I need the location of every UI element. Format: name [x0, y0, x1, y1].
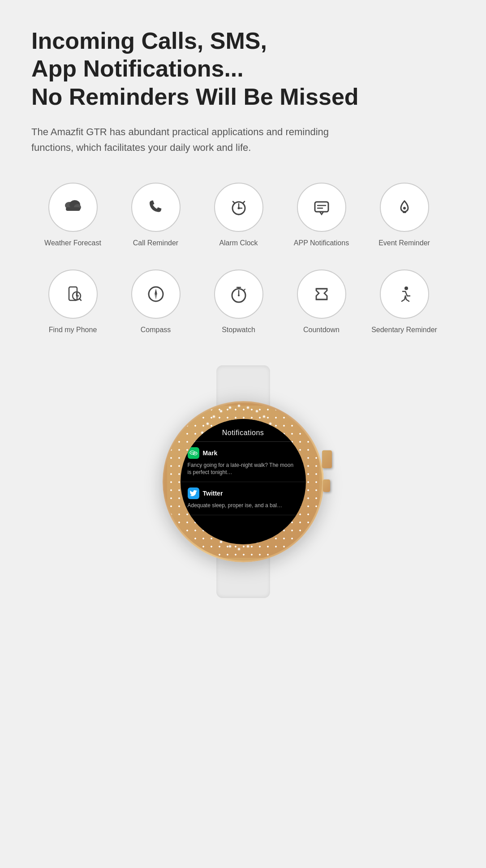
wechat-icon	[188, 447, 199, 459]
svg-rect-11	[403, 211, 406, 213]
screen-title: Notifications	[222, 429, 264, 436]
watch-section: Notifications	[31, 365, 455, 625]
find-my-phone-icon	[48, 269, 98, 319]
feature-countdown: Countdown	[280, 269, 363, 334]
watch-crown-small	[323, 479, 330, 492]
sedentary-reminder-label: Sedentary Reminder	[371, 326, 437, 334]
call-reminder-label: Call Reminder	[133, 239, 178, 247]
stopwatch-label: Stopwatch	[222, 326, 255, 334]
feature-sedentary-reminder: Sedentary Reminder	[363, 269, 446, 334]
weather-forecast-icon	[48, 183, 98, 232]
compass-label: Compass	[141, 326, 171, 334]
feature-compass: Compass	[114, 269, 197, 334]
weather-forecast-label: Weather Forecast	[44, 239, 101, 247]
compass-icon	[131, 269, 181, 319]
svg-point-28	[404, 286, 408, 290]
svg-point-12	[403, 207, 406, 210]
countdown-icon	[297, 269, 346, 319]
app-notifications-label: APP Notifications	[294, 239, 349, 247]
diamond-dot	[229, 545, 231, 547]
features-row-2: Find my Phone Compass	[31, 269, 455, 334]
feature-stopwatch: Stopwatch	[197, 269, 280, 334]
alarm-clock-icon	[214, 183, 263, 232]
twitter-icon	[188, 487, 199, 499]
svg-line-17	[79, 299, 81, 300]
headline-line1: Incoming Calls, SMS,	[31, 28, 267, 54]
notification-wechat: Mark Fancy going for a late-night walk? …	[181, 442, 306, 483]
alarm-clock-label: Alarm Clock	[219, 239, 258, 247]
diamond-dot	[247, 545, 249, 547]
svg-point-34	[195, 453, 196, 454]
stopwatch-icon	[214, 269, 263, 319]
wechat-sender: Mark	[203, 449, 218, 457]
notification-twitter: Twitter Adequate sleep, proper ise, and …	[181, 482, 306, 515]
diamond-dot	[247, 406, 249, 409]
watch-case: Notifications	[163, 401, 324, 562]
twitter-message: Adequate sleep, proper ise, and a bal…	[188, 502, 299, 509]
svg-rect-3	[66, 207, 80, 211]
svg-point-29	[190, 451, 195, 454]
svg-rect-8	[315, 202, 328, 212]
svg-point-19	[155, 293, 157, 295]
diamond-dot	[206, 423, 209, 425]
diamond-dot	[256, 410, 258, 412]
watch-screen: Notifications	[181, 419, 306, 544]
watch-outer: Notifications	[149, 365, 337, 625]
diamond-dot	[229, 406, 231, 409]
features-row-1: Weather Forecast Call Reminder	[31, 183, 455, 247]
headline-line3: No Reminders Will Be Missed	[31, 84, 359, 110]
feature-weather-forecast: Weather Forecast	[31, 183, 114, 247]
svg-point-30	[191, 452, 192, 453]
call-reminder-icon	[131, 183, 181, 232]
diamond-dot	[220, 410, 222, 412]
svg-point-24	[238, 295, 240, 296]
diamond-dot	[263, 415, 265, 418]
feature-alarm-clock: Alarm Clock	[197, 183, 280, 247]
screen-header: Notifications	[181, 419, 306, 441]
sedentary-reminder-icon	[380, 269, 429, 319]
feature-call-reminder: Call Reminder	[114, 183, 197, 247]
feature-event-reminder: Event Reminder	[363, 183, 446, 247]
app-notifications-icon	[297, 183, 346, 232]
svg-point-7	[237, 207, 240, 209]
diamond-dot	[238, 405, 240, 407]
strap-bottom	[216, 558, 270, 598]
event-reminder-icon	[380, 183, 429, 232]
svg-line-25	[244, 289, 245, 291]
diamond-dot	[213, 415, 215, 418]
page-description: The Amazfit GTR has abundant practical a…	[31, 124, 367, 155]
strap-top	[216, 365, 270, 406]
feature-app-notifications: APP Notifications	[280, 183, 363, 247]
wechat-header: Mark	[188, 447, 299, 459]
twitter-sender: Twitter	[203, 490, 223, 497]
features-grid: Weather Forecast Call Reminder	[31, 183, 455, 334]
diamond-dot	[220, 541, 222, 543]
headline-line2: App Notifications...	[31, 56, 244, 81]
svg-point-33	[194, 453, 195, 454]
page-wrapper: Incoming Calls, SMS, App Notifications..…	[0, 0, 486, 661]
countdown-label: Countdown	[303, 326, 340, 334]
twitter-header: Twitter	[188, 487, 299, 499]
watch-crown	[322, 450, 332, 468]
find-my-phone-label: Find my Phone	[49, 326, 97, 334]
wechat-message: Fancy going for a late-night walk? The m…	[188, 462, 299, 477]
page-headline: Incoming Calls, SMS, App Notifications..…	[31, 27, 455, 111]
diamond-dot	[238, 548, 240, 550]
feature-find-my-phone: Find my Phone	[31, 269, 114, 334]
event-reminder-label: Event Reminder	[378, 239, 430, 247]
